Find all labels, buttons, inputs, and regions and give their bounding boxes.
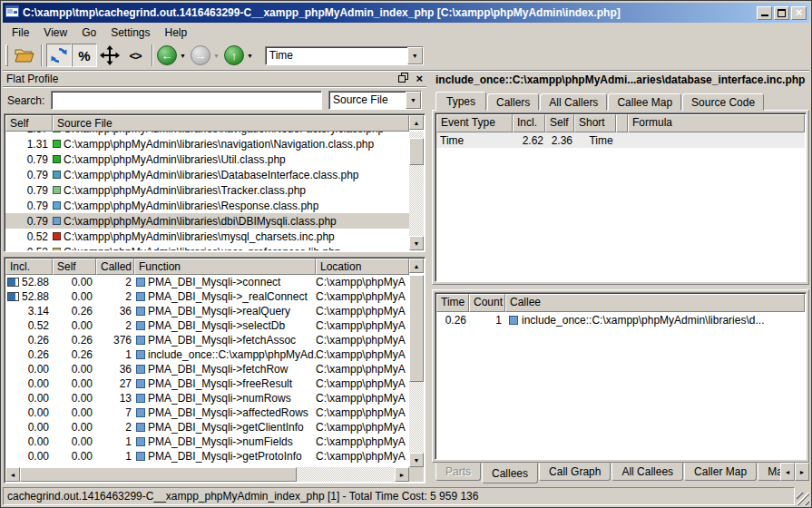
function-row[interactable]: 0.00 0.00 13 PMA_DBI_Mysqli->numRows C:\… xyxy=(5,391,409,405)
column-header-called[interactable]: Called xyxy=(96,259,134,275)
menu-item[interactable]: Go xyxy=(74,24,103,41)
function-row[interactable]: 52.88 0.00 2 PMA_DBI_Mysqli->connect C:\… xyxy=(5,275,409,289)
scrollbar-thumb[interactable] xyxy=(409,275,424,382)
function-row[interactable]: 0.00 0.00 1 PMA_DBI_Mysqli->numFields C:… xyxy=(5,435,409,449)
bottom-tab[interactable]: Caller Map xyxy=(684,463,757,481)
function-row[interactable]: 0.00 0.00 27 PMA_DBI_Mysqli->freeResult … xyxy=(5,376,409,391)
column-header-incl[interactable]: Incl. xyxy=(5,259,53,275)
self-cost-cell: 0.00 xyxy=(53,319,96,332)
source-file-row[interactable]: 0.79 C:\xampp\phpMyAdmin\libraries\Respo… xyxy=(5,198,409,213)
menu-item[interactable]: Settings xyxy=(103,24,157,41)
resize-grip-icon[interactable] xyxy=(797,493,809,505)
bottom-tab[interactable]: Parts xyxy=(435,463,481,481)
column-header-time[interactable]: Time xyxy=(436,294,469,312)
toolbar: Time xyxy=(3,42,809,71)
source-file-row[interactable]: 0.52 C:\xampp\phpMyAdmin\libraries\user_… xyxy=(5,244,409,250)
scroll-down-icon[interactable] xyxy=(409,236,424,250)
forward-dropdown-caret[interactable] xyxy=(213,53,220,59)
source-file-row[interactable]: 1.31 C:\xampp\phpMyAdmin\libraries\navig… xyxy=(5,136,409,151)
function-row[interactable]: 3.14 0.26 36 PMA_DBI_Mysqli->realQuery C… xyxy=(5,304,409,318)
close-button[interactable] xyxy=(791,6,807,20)
column-header-short[interactable]: Short xyxy=(574,114,616,132)
scroll-down-icon[interactable] xyxy=(409,453,424,467)
detail-tab[interactable]: Callers xyxy=(487,93,539,111)
detail-tab[interactable]: Callee Map xyxy=(608,93,681,111)
menu-item[interactable]: File xyxy=(5,24,36,41)
reload-button[interactable] xyxy=(46,44,72,67)
detect-cycles-button[interactable] xyxy=(122,44,148,67)
function-row[interactable]: 0.00 0.00 2 PMA_DBI_Mysqli->getClientInf… xyxy=(5,420,409,435)
maximize-icon xyxy=(778,9,786,17)
function-row[interactable]: 0.00 0.00 1 PMA_DBI_Mysqli->getProtoInfo… xyxy=(5,449,409,464)
menu-item[interactable]: Help xyxy=(158,24,195,41)
column-header-self[interactable]: Self xyxy=(5,115,53,132)
source-file-row[interactable]: 0.79 C:\xampp\phpMyAdmin\libraries\Datab… xyxy=(5,167,409,182)
column-header-location[interactable]: Location xyxy=(316,259,409,275)
function-row[interactable]: 0.26 0.26 1 include_once::C:\xampp\phpMy… xyxy=(5,347,409,362)
search-input[interactable] xyxy=(51,91,322,110)
minimize-button[interactable] xyxy=(757,6,772,20)
scrollbar-track[interactable] xyxy=(409,382,424,453)
scrollbar-thumb[interactable] xyxy=(20,467,297,482)
up-arrow-icon xyxy=(231,49,238,63)
scrollbar-track[interactable] xyxy=(297,467,395,482)
back-dropdown-caret[interactable] xyxy=(180,53,186,59)
column-header-event-type[interactable]: Event Type xyxy=(436,114,513,132)
combobox-dropdown-icon[interactable] xyxy=(407,47,423,64)
up-button[interactable] xyxy=(224,45,244,65)
column-header-source-file[interactable]: Source File xyxy=(53,115,409,132)
maximize-button[interactable] xyxy=(774,6,789,20)
column-header-self[interactable]: Self xyxy=(545,114,574,132)
menu-item[interactable]: View xyxy=(36,24,74,41)
bottom-tab[interactable]: All Callees xyxy=(611,463,683,481)
title-bar[interactable]: C:\xampp\tmp\cachegrind.out.1416463299-C… xyxy=(3,3,809,23)
source-file-row[interactable]: 0.52 C:\xampp\phpMyAdmin\libraries\mysql… xyxy=(5,229,409,244)
column-header-count[interactable]: Count xyxy=(469,294,505,312)
back-button[interactable] xyxy=(157,45,177,65)
source-file-row[interactable]: 0.79 C:\xampp\phpMyAdmin\libraries\Track… xyxy=(5,182,409,198)
forward-button[interactable] xyxy=(191,45,210,65)
function-row[interactable]: 0.26 0.26 376 PMA_DBI_Mysqli->fetchAssoc… xyxy=(5,333,409,347)
vertical-scrollbar[interactable] xyxy=(409,275,424,467)
bottom-tab[interactable]: Callees xyxy=(482,463,538,484)
relative-percent-button[interactable] xyxy=(72,44,97,67)
toolbar-handle[interactable] xyxy=(5,44,8,66)
event-type-combobox[interactable]: Time xyxy=(265,46,424,65)
scrollbar-track[interactable] xyxy=(409,132,424,236)
self-cost-cell: 0.00 xyxy=(53,363,96,376)
horizontal-scrollbar[interactable] xyxy=(5,467,424,482)
detail-tab[interactable]: All Callers xyxy=(540,93,607,111)
function-row[interactable]: 52.88 0.00 2 PMA_DBI_Mysqli->_realConnec… xyxy=(5,289,409,304)
group-by-combobox[interactable]: Source File xyxy=(328,91,422,110)
open-file-button[interactable] xyxy=(12,44,37,67)
scrollbar-thumb[interactable] xyxy=(409,138,424,165)
function-row[interactable]: 0.52 0.00 2 PMA_DBI_Mysqli->selectDb C:\… xyxy=(5,318,409,333)
combobox-dropdown-icon[interactable] xyxy=(406,92,421,109)
tab-scroll-right-icon[interactable] xyxy=(795,463,809,481)
dock-close-button[interactable] xyxy=(416,72,423,85)
column-header-function[interactable]: Function xyxy=(134,259,316,275)
vertical-scrollbar[interactable] xyxy=(409,132,424,250)
bottom-tab[interactable]: Call Graph xyxy=(539,463,611,481)
bottom-tab[interactable]: Machine xyxy=(758,463,780,481)
column-header-self[interactable]: Self xyxy=(53,259,96,275)
scroll-right-icon[interactable] xyxy=(395,467,409,482)
source-file-row[interactable]: 0.79 C:\xampp\phpMyAdmin\libraries\dbi\D… xyxy=(5,213,409,229)
scroll-up-icon[interactable] xyxy=(409,115,424,130)
function-row[interactable]: 0.00 0.00 7 PMA_DBI_Mysqli->affectedRows… xyxy=(5,405,409,420)
scroll-up-icon[interactable] xyxy=(409,259,424,273)
detail-tab[interactable]: Types xyxy=(435,92,486,111)
scroll-left-icon[interactable] xyxy=(5,467,20,482)
column-header-callee[interactable]: Callee xyxy=(505,294,805,312)
function-row[interactable]: 0.00 0.00 36 PMA_DBI_Mysqli->fetchRow C:… xyxy=(5,362,409,376)
detail-tab[interactable]: Source Code xyxy=(682,93,764,111)
source-file-row[interactable]: 0.79 C:\xampp\phpMyAdmin\libraries\Util.… xyxy=(5,151,409,167)
move-button[interactable] xyxy=(97,44,122,67)
column-header-incl[interactable]: Incl. xyxy=(513,114,545,132)
tab-scroll-left-icon[interactable] xyxy=(780,463,795,481)
event-type-row[interactable]: Time 2.62 2.36 Time xyxy=(436,132,805,148)
dock-float-button[interactable] xyxy=(398,73,408,85)
callee-row[interactable]: 0.26 1 include_once::C:\xampp\phpMyAdmin… xyxy=(436,312,805,327)
up-dropdown-caret[interactable] xyxy=(247,53,253,59)
column-header-formula[interactable]: Formula xyxy=(628,114,805,132)
